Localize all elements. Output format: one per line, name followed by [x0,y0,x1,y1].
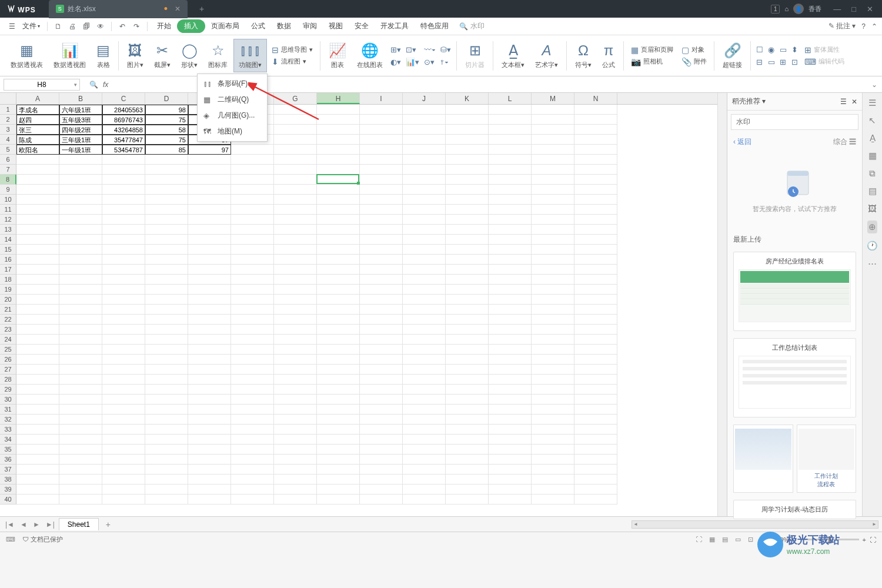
tab-security[interactable]: 安全 [349,18,375,34]
cell[interactable] [102,425,145,435]
cell[interactable] [317,225,360,235]
cell[interactable] [360,165,403,175]
cell[interactable] [317,115,360,125]
comment-button[interactable]: ✎ 批注 ▾ [828,21,856,31]
row-header[interactable]: 3 [0,125,16,135]
cell[interactable] [574,385,617,395]
cell[interactable] [16,465,59,475]
hyperlink-button[interactable]: 🔗超链接 [718,39,747,72]
cell[interactable] [403,235,446,245]
badge-icon[interactable]: 1 [771,5,780,14]
cell[interactable] [274,355,317,365]
close-tab-icon[interactable]: ✕ [175,5,181,13]
zoom-icon[interactable]: 🔍 [89,81,98,89]
cell[interactable] [360,405,403,415]
tab-formula[interactable]: 公式 [245,18,271,34]
cell[interactable] [16,285,59,295]
help-icon[interactable]: ? [861,22,866,31]
chevron-up-icon[interactable]: ⌃ [871,22,877,31]
cell[interactable] [102,225,145,235]
cell[interactable] [446,145,489,155]
cell[interactable] [102,205,145,215]
cell[interactable] [16,345,59,355]
geometry-menu-item[interactable]: ◈几何图(G)... [198,108,267,123]
cell[interactable] [59,455,102,465]
cell[interactable] [231,495,274,505]
cell[interactable] [231,415,274,425]
cell[interactable] [403,155,446,165]
cell[interactable] [446,175,489,185]
cell[interactable] [489,415,532,425]
cell[interactable] [489,375,532,385]
cell[interactable] [360,435,403,445]
cell[interactable] [574,435,617,445]
cell[interactable] [360,295,403,305]
cell[interactable] [489,385,532,395]
cell[interactable] [574,475,617,485]
cell[interactable] [145,255,188,265]
column-header[interactable]: L [489,93,532,104]
cell[interactable] [574,285,617,295]
cell[interactable] [446,455,489,465]
cell[interactable] [59,275,102,285]
cell[interactable] [403,245,446,255]
row-header[interactable]: 12 [0,215,16,225]
cell[interactable] [360,425,403,435]
cell[interactable] [145,485,188,495]
row-header[interactable]: 34 [0,435,16,445]
object-button[interactable]: ▢对象 [681,45,707,55]
cell[interactable] [403,295,446,305]
cell[interactable] [231,265,274,275]
cell[interactable] [145,375,188,385]
column-header[interactable]: B [59,93,102,104]
cell[interactable] [188,285,231,295]
cell[interactable] [231,295,274,305]
tab-start[interactable]: 开始 [151,18,177,34]
cell[interactable] [188,225,231,235]
cell[interactable] [532,125,574,135]
screenshot-button[interactable]: ✂截屏▾ [149,39,175,72]
collapse-rail-icon[interactable]: ☰ [868,98,876,108]
cell[interactable]: 58 [145,125,188,135]
tab-data[interactable]: 数据 [271,18,297,34]
row-header[interactable]: 15 [0,245,16,255]
cell[interactable]: 86976743 [102,115,145,125]
cell[interactable] [446,245,489,255]
cell[interactable] [574,495,617,505]
cell[interactable]: 张三 [16,125,59,135]
cell[interactable] [574,415,617,425]
cell[interactable] [489,125,532,135]
cell[interactable] [403,455,446,465]
cell[interactable] [59,265,102,275]
cell[interactable] [317,295,360,305]
cell[interactable] [145,175,188,185]
cell[interactable] [360,235,403,245]
cell[interactable] [188,355,231,365]
cell[interactable] [489,185,532,195]
cell[interactable] [59,215,102,225]
cell[interactable] [59,335,102,345]
cell[interactable] [145,335,188,345]
cell[interactable] [317,495,360,505]
cell[interactable] [403,345,446,355]
cell[interactable] [274,335,317,345]
cell[interactable] [231,335,274,345]
cell[interactable] [102,265,145,275]
style-tool-icon[interactable]: A̱ [870,133,876,143]
cell[interactable] [360,305,403,315]
horizontal-scrollbar[interactable] [632,520,878,529]
cell[interactable] [446,125,489,135]
pivot-table-button[interactable]: ▦数据透视表 [6,39,48,72]
cell[interactable] [360,495,403,505]
cell[interactable] [145,465,188,475]
cell[interactable] [16,225,59,235]
cell[interactable] [16,215,59,225]
redo-icon[interactable]: ↷ [131,22,142,31]
cell[interactable] [102,445,145,455]
cell[interactable] [532,265,574,275]
cell[interactable] [317,335,360,345]
cell[interactable] [489,425,532,435]
camera-button[interactable]: 📷照相机 [631,57,673,66]
cell[interactable] [489,215,532,225]
cell[interactable] [446,205,489,215]
